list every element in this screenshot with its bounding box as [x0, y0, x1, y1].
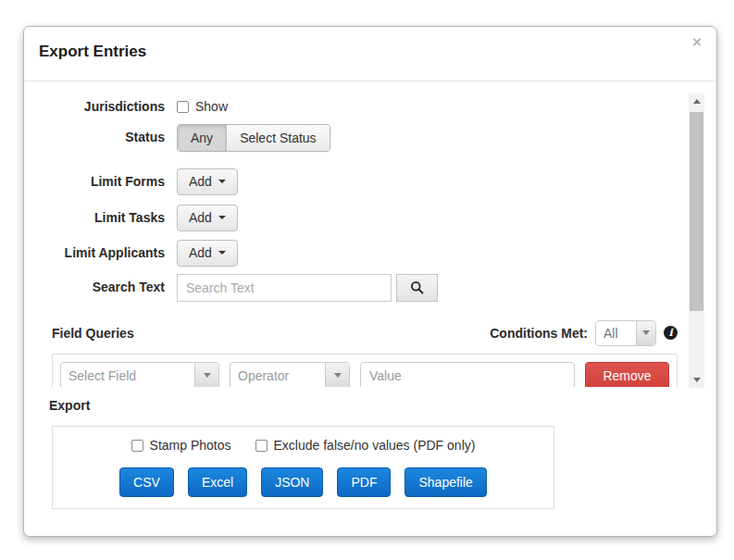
stamp-photos-label: Stamp Photos: [150, 438, 231, 453]
jurisdictions-row: Jurisdictions Show: [52, 98, 678, 115]
export-section: Export Stamp Photos Exclude false/no val…: [52, 398, 678, 509]
jurisdictions-show-toggle[interactable]: Show: [177, 98, 228, 114]
remove-query-button[interactable]: Remove: [585, 362, 669, 387]
limit-forms-add-label: Add: [189, 174, 212, 189]
close-button[interactable]: ×: [692, 34, 702, 50]
search-text-row: Search Text: [52, 274, 678, 302]
status-any-button[interactable]: Any: [178, 125, 226, 151]
search-button[interactable]: [396, 274, 438, 302]
conditions-met-select[interactable]: All: [595, 320, 656, 346]
vertical-scrollbar[interactable]: [689, 93, 704, 388]
limit-tasks-label: Limit Tasks: [52, 205, 165, 226]
chevron-down-icon: [218, 251, 226, 255]
stamp-photos-checkbox[interactable]: [131, 440, 143, 452]
export-format-buttons: CSV Excel JSON PDF Shapefile: [53, 467, 554, 497]
conditions-met-value: All: [596, 321, 636, 345]
search-icon: [410, 280, 424, 294]
scroll-down-button[interactable]: [689, 372, 704, 388]
scroll-up-button[interactable]: [689, 93, 704, 109]
chevron-down-icon: [636, 321, 655, 345]
export-excel-button[interactable]: Excel: [188, 467, 247, 497]
modal-body: Jurisdictions Show Status Any Select Sta…: [24, 81, 716, 509]
modal-header: Export Entries ×: [24, 27, 716, 81]
search-text-input[interactable]: [177, 274, 392, 302]
export-options-row: Stamp Photos Exclude false/no values (PD…: [131, 437, 476, 453]
jurisdictions-label: Jurisdictions: [52, 98, 165, 115]
exclude-false-values-toggle[interactable]: Exclude false/no values (PDF only): [255, 437, 476, 453]
export-csv-button[interactable]: CSV: [119, 467, 174, 497]
close-icon: ×: [692, 33, 702, 51]
operator-placeholder: Operator: [230, 363, 325, 387]
stamp-photos-toggle[interactable]: Stamp Photos: [131, 437, 231, 453]
limit-applicants-add-label: Add: [189, 245, 212, 260]
arrow-up-icon: [693, 99, 701, 104]
info-icon[interactable]: i: [664, 326, 678, 340]
scrollbar-thumb[interactable]: [690, 112, 703, 311]
limit-tasks-add-button[interactable]: Add: [177, 205, 238, 231]
arrow-down-icon: [693, 378, 701, 382]
select-field-placeholder: Select Field: [61, 363, 194, 387]
exclude-false-values-checkbox[interactable]: [255, 440, 267, 452]
limit-tasks-row: Limit Tasks Add: [52, 205, 678, 231]
field-queries-header: Field Queries Conditions Met: All i: [52, 320, 678, 346]
export-shapefile-button[interactable]: Shapefile: [404, 467, 486, 497]
conditions-met-label: Conditions Met:: [490, 326, 588, 341]
export-json-button[interactable]: JSON: [261, 467, 323, 497]
field-queries-panel: Select Field Operator Remove: [52, 354, 678, 387]
limit-applicants-label: Limit Applicants: [52, 240, 165, 261]
field-queries-title: Field Queries: [52, 326, 134, 341]
limit-applicants-row: Limit Applicants Add: [52, 240, 678, 267]
limit-applicants-add-button[interactable]: Add: [177, 240, 238, 267]
jurisdictions-show-label: Show: [195, 99, 228, 114]
status-select-status-button[interactable]: Select Status: [226, 125, 330, 151]
limit-forms-row: Limit Forms Add: [52, 168, 678, 195]
scrollable-form-area: Jurisdictions Show Status Any Select Sta…: [52, 89, 678, 387]
select-field-dropdown[interactable]: Select Field: [60, 362, 219, 387]
status-button-group: Any Select Status: [177, 124, 330, 152]
export-panel: Stamp Photos Exclude false/no values (PD…: [52, 426, 554, 509]
export-title: Export: [49, 398, 678, 413]
export-pdf-button[interactable]: PDF: [337, 467, 391, 497]
jurisdictions-show-checkbox[interactable]: [177, 101, 189, 113]
search-text-label: Search Text: [52, 274, 165, 295]
value-input[interactable]: [360, 362, 575, 387]
operator-dropdown[interactable]: Operator: [230, 362, 350, 387]
limit-tasks-add-label: Add: [189, 210, 212, 225]
chevron-down-icon: [325, 363, 349, 387]
chevron-down-icon: [194, 363, 218, 387]
chevron-down-icon: [218, 180, 226, 183]
field-query-row: Select Field Operator Remove: [60, 362, 669, 387]
limit-forms-label: Limit Forms: [52, 168, 165, 190]
status-row: Status Any Select Status: [52, 124, 678, 152]
page-title: Export Entries: [39, 43, 702, 61]
chevron-down-icon: [218, 216, 226, 219]
status-label: Status: [52, 124, 165, 145]
conditions-met-group: Conditions Met: All i: [490, 320, 678, 346]
limit-forms-add-button[interactable]: Add: [177, 168, 238, 195]
exclude-false-values-label: Exclude false/no values (PDF only): [274, 438, 476, 453]
export-entries-modal: Export Entries × Jurisdictions Show Stat…: [23, 26, 717, 537]
